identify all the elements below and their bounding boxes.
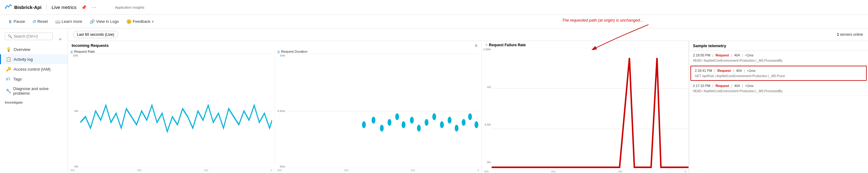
svg-point-13: [410, 117, 414, 124]
sidebar-nav: 💡 Overview 📋 Activity log 🔑 Access contr…: [0, 44, 68, 173]
pin-icon[interactable]: 📌: [81, 5, 87, 10]
svg-point-22: [475, 121, 478, 128]
main-layout: 🔍 « 💡 Overview 📋 Activity log 🔑 Access c…: [0, 28, 868, 173]
rr-x-labels: 60s40s20s0: [70, 169, 272, 172]
reset-button[interactable]: ↺ Reset: [29, 17, 51, 26]
telemetry-status-2: 404: [736, 69, 742, 72]
telemetry-details: HEAD / AspNetCoreEnvironment=Production …: [693, 59, 782, 62]
telemetry-item-3[interactable]: 2:17:10 PM | Request | 404 | <1ms HEAD /…: [689, 81, 868, 96]
sidebar-item-label: Tags: [13, 77, 22, 81]
feedback-label: Feedback: [133, 19, 150, 24]
svg-point-11: [395, 113, 399, 120]
telemetry-type-2: Request: [717, 69, 731, 72]
tags-icon: 🏷: [6, 76, 11, 81]
feedback-icon: 🙂: [126, 19, 131, 24]
rd-scale-mid: 0.5ms: [277, 109, 285, 112]
logo-icon: [5, 3, 12, 11]
time-range-button[interactable]: Last 60 seconds (Live): [73, 31, 118, 38]
search-box[interactable]: 🔍: [5, 33, 53, 40]
rf-scale-mid2: 0.5/s: [483, 123, 491, 126]
sidebar-item-label: Overview: [13, 47, 30, 52]
content-toolbar: Last 60 seconds (Live) 1 servers online: [68, 28, 868, 41]
collapse-sidebar-button[interactable]: «: [57, 35, 64, 42]
collapse-chart-button[interactable]: ∧: [475, 43, 478, 48]
page-subtitle: Live metrics: [52, 5, 76, 10]
svg-point-20: [462, 119, 465, 126]
rd-x-labels: 60s40s20s0: [277, 169, 479, 172]
rd-scale-bot: 0ms: [277, 165, 285, 168]
telemetry-type-3: Request: [715, 84, 729, 88]
svg-point-15: [425, 119, 428, 126]
svg-point-18: [448, 117, 452, 124]
rr-scale-mid: 5/s: [70, 109, 78, 112]
svg-point-0: [5, 7, 6, 9]
sidebar-item-label: Activity log: [13, 57, 33, 62]
svg-point-16: [432, 113, 436, 120]
svg-point-12: [402, 121, 405, 128]
svg-point-7: [362, 121, 366, 128]
overview-icon: 💡: [6, 47, 11, 52]
feedback-button[interactable]: 🙂 Feedback ∨: [123, 17, 157, 26]
request-duration-chart-area: [287, 54, 479, 168]
view-in-logs-button[interactable]: 🔗 View in Logs: [87, 17, 122, 26]
more-options-icon[interactable]: ···: [91, 5, 96, 10]
search-input[interactable]: [13, 34, 50, 39]
view-logs-icon: 🔗: [90, 19, 95, 24]
servers-count: 1: [837, 32, 839, 37]
request-failure-title: Request Failure Rate: [489, 43, 526, 47]
rf-scale-bot: 0/s: [483, 161, 491, 164]
svg-point-14: [417, 125, 421, 131]
search-icon: 🔍: [8, 34, 12, 39]
telemetry-duration-3: <1ms: [745, 84, 753, 88]
failure-filter-icon[interactable]: ⧖: [486, 43, 488, 47]
learn-more-button[interactable]: 📖 Learn more: [52, 17, 85, 26]
request-rate-label: Request Rate: [74, 50, 95, 54]
telemetry-item-highlighted[interactable]: 2:18:41 PM | Request | 404 | <1ms GET /a…: [690, 66, 867, 81]
annotation-text: The requested path (at origin) is unchan…: [562, 18, 643, 23]
pause-icon: ⏸: [8, 19, 12, 24]
filter-icon-2[interactable]: ⧖: [277, 50, 280, 54]
sidebar-item-overview[interactable]: 💡 Overview: [0, 44, 68, 54]
rf-scale-mid: 1/s: [483, 85, 491, 89]
request-duration-chart: ⧖ Request Duration 1ms 0.5ms 0ms: [275, 48, 482, 173]
sidebar: 🔍 « 💡 Overview 📋 Activity log 🔑 Access c…: [0, 28, 68, 173]
telemetry-item[interactable]: 2:18:50 PM | Request | 404 | <1ms HEAD /…: [689, 51, 868, 65]
sidebar-item-access-control[interactable]: 🔑 Access control (IAM): [0, 64, 68, 74]
sidebar-item-label: Access control (IAM): [13, 67, 51, 72]
filter-icon[interactable]: ⧖: [70, 50, 73, 54]
divider: [46, 4, 46, 10]
learn-more-label: Learn more: [62, 19, 82, 24]
svg-point-19: [455, 125, 459, 131]
telemetry-panel: Sample telemetry 2:18:50 PM | Request | …: [689, 41, 868, 173]
rf-scale-top: 1.50/s: [483, 48, 491, 51]
telemetry-duration: <1ms: [745, 54, 753, 57]
telemetry-title: Sample telemetry: [689, 41, 868, 51]
request-rate-chart: ⧖ Request Rate 10/s 5/s 0/s: [68, 48, 275, 173]
telemetry-time-3: 2:17:10 PM: [693, 84, 710, 88]
svg-point-9: [380, 125, 383, 131]
top-header: Bisbrick-Api Live metrics 📌 ··· Applicat…: [0, 0, 868, 15]
telemetry-status: 404: [734, 54, 740, 57]
reset-label: Reset: [37, 19, 48, 24]
svg-point-17: [440, 121, 444, 128]
app-name: Bisbrick-Api: [14, 5, 41, 10]
telemetry-duration-2: <1ms: [747, 69, 755, 72]
incoming-requests-title: Incoming Requests: [72, 43, 109, 48]
app-insights-label: Application Insights: [115, 5, 145, 9]
logo-area: Bisbrick-Api Live metrics 📌 ···: [5, 3, 97, 11]
telemetry-time: 2:18:50 PM: [693, 54, 710, 57]
pause-label: Pause: [13, 19, 25, 24]
sidebar-item-diagnose[interactable]: 🔧 Diagnose and solve problems: [0, 84, 68, 98]
request-duration-label: Request Duration: [281, 50, 308, 54]
sidebar-item-tags[interactable]: 🏷 Tags: [0, 74, 68, 84]
learn-more-icon: 📖: [55, 19, 61, 24]
view-in-logs-label: View in Logs: [96, 19, 119, 24]
svg-point-10: [388, 119, 391, 126]
telemetry-type: Request: [715, 54, 729, 57]
rf-x-labels: 60s40s20s0: [482, 170, 689, 173]
pause-button[interactable]: ⏸ Pause: [5, 17, 28, 26]
telemetry-details-2: GET /api/Rule | AspNetCoreEnvironment=Pr…: [695, 74, 785, 78]
nav-section-investigate: Investigate: [0, 98, 68, 105]
rr-scale-top: 10/s: [70, 54, 78, 57]
sidebar-item-activity-log[interactable]: 📋 Activity log: [0, 54, 68, 64]
